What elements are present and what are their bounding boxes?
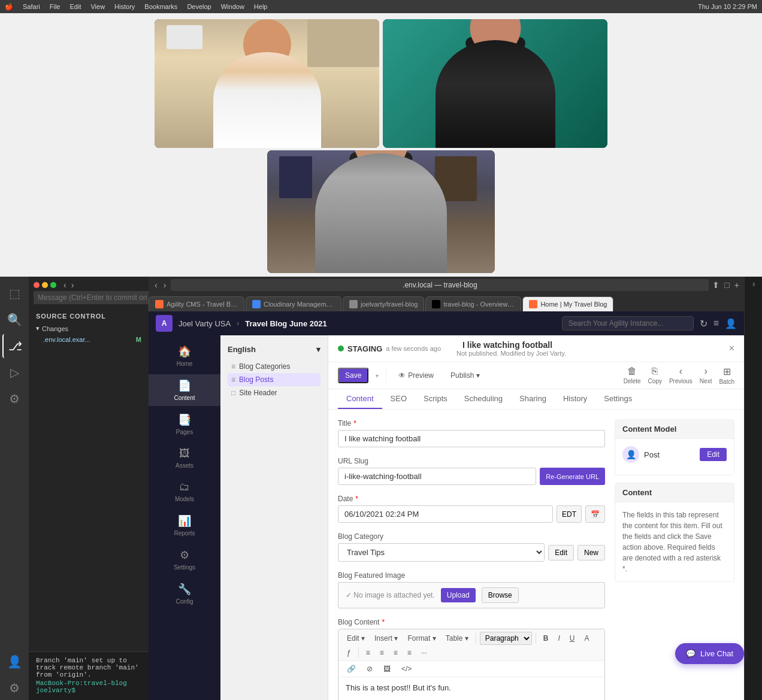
date-input[interactable] bbox=[338, 505, 553, 523]
menu-view[interactable]: View bbox=[90, 3, 105, 10]
back-icon[interactable]: ‹ bbox=[64, 280, 66, 290]
maximize-btn[interactable] bbox=[50, 282, 56, 288]
link-button[interactable]: 🔗 bbox=[343, 663, 359, 674]
cms-nav-models[interactable]: 🗂 Models bbox=[149, 476, 220, 507]
batch-button[interactable]: ⊞ Batch bbox=[719, 366, 734, 385]
locale-selector[interactable]: English ▾ bbox=[220, 341, 328, 357]
unlink-button[interactable]: ⊘ bbox=[363, 663, 376, 674]
publish-button[interactable]: Publish ▾ bbox=[446, 369, 485, 382]
browser-tab-vercel[interactable]: travel-blog - Overview - Vercel bbox=[425, 296, 521, 311]
cms-nav-assets[interactable]: 🖼 Assets bbox=[149, 443, 220, 474]
editor-insert-menu[interactable]: Insert ▾ bbox=[371, 633, 401, 644]
editor-table-menu[interactable]: Table ▾ bbox=[442, 633, 472, 644]
menu-help[interactable]: Help bbox=[254, 3, 268, 10]
activity-source-control-icon[interactable]: ⎇ bbox=[2, 334, 26, 358]
changed-file-item[interactable]: .env.local.exar... M bbox=[29, 335, 149, 344]
tab-history[interactable]: History bbox=[555, 389, 595, 409]
menu-bookmarks[interactable]: Bookmarks bbox=[144, 3, 177, 10]
add-tab-icon[interactable]: + bbox=[734, 280, 739, 290]
align-justify-button[interactable]: ≡ bbox=[404, 647, 415, 658]
share-icon[interactable]: ⬆ bbox=[712, 280, 719, 290]
browser-tab-github[interactable]: joelvarty/travel-blog bbox=[343, 296, 424, 311]
next-button[interactable]: › Next bbox=[700, 366, 712, 385]
activity-account-icon[interactable]: 👤 bbox=[2, 650, 26, 674]
menu-file[interactable]: File bbox=[50, 3, 61, 10]
cms-nav-config[interactable]: 🔧 Config bbox=[149, 578, 220, 610]
forward-icon[interactable]: › bbox=[71, 280, 74, 290]
tab-scheduling[interactable]: Scheduling bbox=[456, 389, 511, 409]
category-select[interactable]: Travel Tips bbox=[338, 543, 545, 562]
tab-seo[interactable]: SEO bbox=[382, 389, 415, 409]
browser-tab-agility[interactable]: Agility CMS - Travel Blog June 2021 ... bbox=[149, 296, 244, 311]
tab-sharing[interactable]: Sharing bbox=[511, 389, 555, 409]
tab-content[interactable]: Content bbox=[338, 389, 382, 409]
browser-forward-btn[interactable]: › bbox=[162, 280, 168, 290]
activity-explorer-icon[interactable]: ⬚ bbox=[2, 281, 26, 305]
minimize-btn[interactable] bbox=[42, 282, 48, 288]
activity-extensions-icon[interactable]: ⚙ bbox=[2, 387, 26, 411]
align-center-button[interactable]: ≡ bbox=[376, 647, 388, 658]
commit-message-input[interactable] bbox=[34, 291, 149, 304]
address-bar[interactable]: .env.local — travel-blog bbox=[171, 279, 709, 291]
browser-back-btn[interactable]: ‹ bbox=[153, 280, 159, 290]
font-color-button[interactable]: A bbox=[580, 633, 592, 644]
menu-safari[interactable]: Safari bbox=[23, 3, 40, 10]
list-item-site-header[interactable]: □ Site Header bbox=[228, 386, 320, 399]
editor-content[interactable]: This is a test post!! But it's fun. bbox=[338, 677, 604, 700]
bookmark-icon[interactable]: □ bbox=[724, 280, 729, 290]
activity-debug-icon[interactable]: ▷ bbox=[2, 360, 26, 384]
image-button[interactable]: 🖼 bbox=[380, 663, 394, 674]
slug-input[interactable] bbox=[338, 468, 536, 485]
menu-edit[interactable]: Edit bbox=[69, 3, 81, 10]
previous-button[interactable]: ‹ Previous bbox=[669, 366, 693, 385]
editor-edit-menu[interactable]: Edit ▾ bbox=[343, 633, 368, 644]
date-calendar-btn[interactable]: 📅 bbox=[585, 505, 605, 523]
user-icon[interactable]: 👤 bbox=[725, 318, 737, 329]
date-edit-btn[interactable]: EDT bbox=[557, 505, 582, 523]
bold-button[interactable]: B bbox=[540, 633, 552, 644]
paragraph-format-select[interactable]: Paragraph bbox=[480, 632, 532, 645]
activity-search-icon[interactable]: 🔍 bbox=[2, 308, 26, 332]
close-btn[interactable] bbox=[34, 282, 40, 288]
title-input[interactable] bbox=[338, 430, 605, 447]
cms-nav-pages[interactable]: 📑 Pages bbox=[149, 408, 220, 440]
edit-model-button[interactable]: Edit bbox=[700, 448, 727, 461]
category-edit-btn[interactable]: Edit bbox=[548, 545, 574, 560]
terminal[interactable]: Branch 'main' set up to track remote bra… bbox=[29, 651, 149, 700]
cms-search-input[interactable] bbox=[562, 316, 694, 331]
browse-button[interactable]: Browse bbox=[482, 587, 519, 603]
preview-button[interactable]: 👁 Preview bbox=[394, 369, 439, 382]
save-button[interactable]: Save bbox=[338, 368, 368, 383]
cms-nav-home[interactable]: 🏠 Home bbox=[149, 340, 220, 372]
staging-close-btn[interactable]: × bbox=[729, 343, 734, 354]
refresh-icon[interactable]: ↻ bbox=[700, 318, 707, 329]
italic-button[interactable]: I bbox=[554, 633, 563, 644]
rich-text-editor[interactable]: Edit ▾ Insert ▾ Format ▾ Table ▾ Paragra… bbox=[338, 629, 605, 700]
align-right-button[interactable]: ≡ bbox=[390, 647, 401, 658]
list-item-blog-posts[interactable]: ≡ Blog Posts bbox=[228, 373, 320, 386]
menu-history[interactable]: History bbox=[114, 3, 135, 10]
tab-scripts[interactable]: Scripts bbox=[415, 389, 456, 409]
code-button[interactable]: </> bbox=[398, 663, 415, 674]
cms-nav-reports[interactable]: 📊 Reports bbox=[149, 510, 220, 541]
changes-section[interactable]: ▾ Changes bbox=[29, 322, 149, 335]
browser-tab-myblog[interactable]: Home | My Travel Blog bbox=[522, 296, 613, 311]
more-button[interactable]: ··· bbox=[418, 647, 431, 658]
browser-tab-cloudinary[interactable]: Cloudinary Management Console - A... bbox=[246, 296, 341, 311]
underline-button[interactable]: U bbox=[566, 633, 579, 644]
cms-nav-settings[interactable]: ⚙ Settings bbox=[149, 544, 220, 575]
tab-settings[interactable]: Settings bbox=[595, 389, 640, 409]
menu-window[interactable]: Window bbox=[221, 3, 244, 10]
category-new-btn[interactable]: New bbox=[577, 545, 605, 560]
editor-format-menu[interactable]: Format ▾ bbox=[404, 633, 439, 644]
live-chat-button[interactable]: 💬 Live Chat bbox=[675, 643, 744, 664]
regen-url-button[interactable]: Re-Generate URL bbox=[540, 468, 605, 485]
menu-icon[interactable]: ≡ bbox=[713, 318, 719, 329]
format-button[interactable]: ƒ bbox=[343, 647, 355, 658]
cms-nav-content[interactable]: 📄 Content bbox=[149, 374, 220, 406]
copy-button[interactable]: ⎘ Copy bbox=[648, 366, 662, 385]
save-chevron-icon[interactable]: ▾ bbox=[376, 372, 379, 379]
upload-button[interactable]: Upload bbox=[441, 588, 476, 602]
activity-settings-icon[interactable]: ⚙ bbox=[2, 676, 26, 700]
list-item-blog-categories[interactable]: ≡ Blog Categories bbox=[228, 360, 320, 373]
